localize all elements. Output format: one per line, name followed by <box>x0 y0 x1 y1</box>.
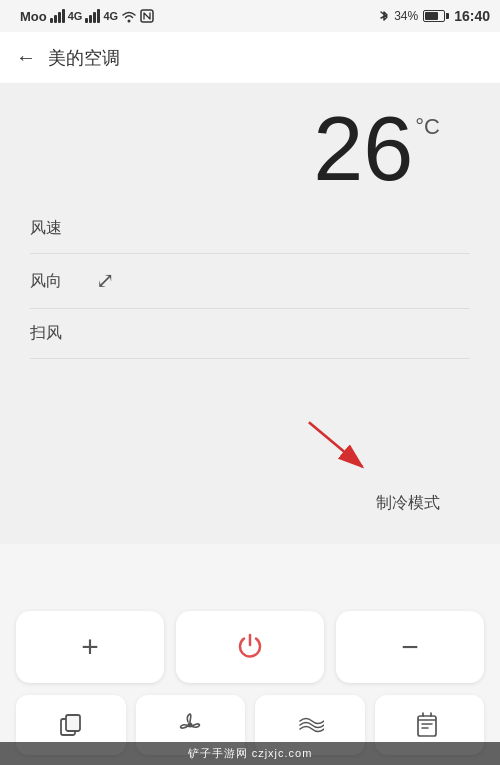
top-nav: ← 美的空调 <box>0 32 500 84</box>
battery-percent: 34% <box>394 9 418 23</box>
status-right: 34% 16:40 <box>379 8 490 24</box>
bluetooth-icon <box>379 9 389 23</box>
sweep-label: 扫风 <box>30 323 80 344</box>
signal-bars-2 <box>85 9 100 23</box>
minus-icon: − <box>401 630 419 664</box>
temperature-section: 26 °C <box>30 104 470 194</box>
main-controls-row: + − <box>16 611 484 683</box>
bottom-panel: + − <box>0 595 500 765</box>
minus-button[interactable]: − <box>336 611 484 683</box>
svg-rect-6 <box>418 716 436 736</box>
wind-direction-label: 风向 <box>30 271 80 292</box>
red-arrow-svg <box>300 409 380 489</box>
back-button[interactable]: ← <box>16 46 36 69</box>
time-display: 16:40 <box>454 8 490 24</box>
wind-speed-row: 风速 <box>30 204 470 254</box>
fan-icon <box>176 711 204 739</box>
watermark: 铲子手游网 czjxjc.com <box>0 742 500 765</box>
wind-mode-icon <box>296 711 324 739</box>
power-button[interactable] <box>176 611 324 683</box>
svg-line-2 <box>309 422 362 466</box>
controls-list: 风速 风向 ⤢ 扫风 <box>30 204 470 359</box>
plus-button[interactable]: + <box>16 611 164 683</box>
temperature-unit: °C <box>415 114 440 140</box>
4g-label: 4G <box>68 10 83 22</box>
main-content: 26 °C 风速 风向 ⤢ 扫风 制冷模式 <box>0 84 500 544</box>
status-left: Moo 4G 4G <box>20 9 154 24</box>
svg-rect-4 <box>66 715 80 731</box>
wind-direction-row: 风向 ⤢ <box>30 254 470 309</box>
signal-bars <box>50 9 65 23</box>
temperature-value: 26 <box>313 104 413 194</box>
carrier-text: Moo <box>20 9 47 24</box>
battery-icon <box>423 10 449 22</box>
copy-icon <box>58 712 84 738</box>
sweep-row: 扫风 <box>30 309 470 359</box>
status-bar: Moo 4G 4G 34% <box>0 0 500 32</box>
nfc-icon <box>140 9 154 23</box>
timer-icon <box>415 711 443 739</box>
4g-label-2: 4G <box>103 10 118 22</box>
plus-icon: + <box>81 630 99 664</box>
wind-speed-label: 风速 <box>30 218 80 239</box>
power-icon <box>234 631 266 663</box>
arrow-indicator <box>300 414 380 484</box>
page-title: 美的空调 <box>48 46 120 70</box>
mode-label: 制冷模式 <box>376 493 440 514</box>
wind-direction-icon: ⤢ <box>96 268 114 294</box>
wifi-icon <box>121 9 137 23</box>
